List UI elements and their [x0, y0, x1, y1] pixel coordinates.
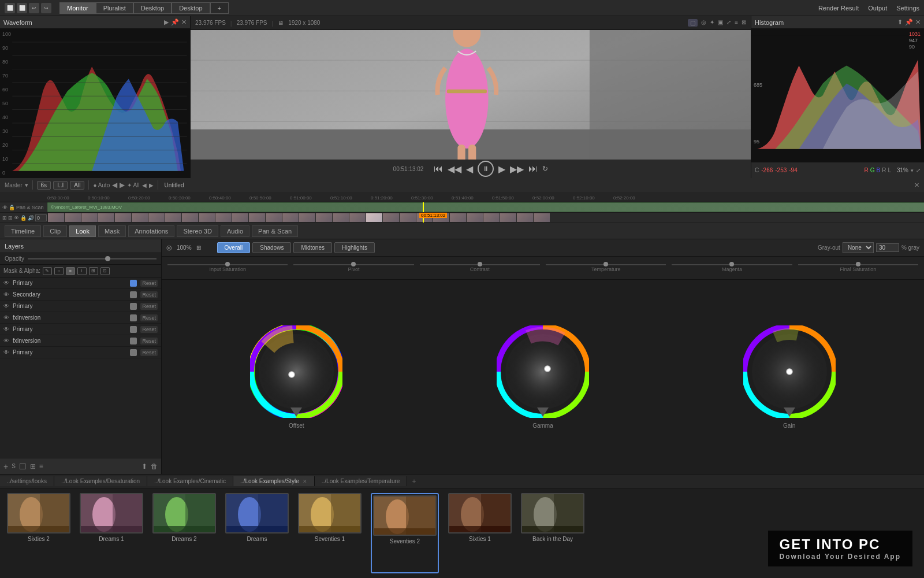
layer-4-reset[interactable]: Reset [140, 314, 158, 321]
layer-4-eye[interactable]: 👁 [3, 314, 9, 321]
param-slider-3[interactable] [420, 264, 540, 265]
tab-clip[interactable]: Clip [43, 225, 67, 237]
preset-sixties1[interactable]: Sixties 1 [448, 493, 512, 573]
icon-3[interactable]: ↩ [29, 3, 39, 13]
mask-icon-2[interactable]: ○ [54, 267, 64, 275]
layer-item-2[interactable]: 👁 Secondary Reset [0, 289, 161, 301]
layer-3-reset[interactable]: Reset [140, 303, 158, 310]
browser-tab-4-close[interactable]: ✕ [303, 479, 307, 484]
pause-button[interactable]: ⏸ [478, 161, 494, 177]
nav-next-icon[interactable]: ▶ [120, 181, 125, 189]
timeline-expand-right[interactable]: ▶ [149, 182, 154, 188]
layer-7-eye[interactable]: 👁 [3, 349, 9, 355]
tab-monitor[interactable]: Monitor [59, 2, 96, 14]
icon-4[interactable]: ↪ [41, 3, 51, 13]
preset-dreams1[interactable]: Dreams 1 [80, 493, 143, 573]
layer-s-icon[interactable]: S [12, 463, 16, 469]
mask-icon-1[interactable]: ✎ [43, 267, 52, 275]
tab-annotations[interactable]: Annotations [128, 225, 174, 237]
preset-backinday[interactable]: Back in the Day [521, 493, 584, 573]
layer-3-eye[interactable]: 👁 [3, 303, 9, 309]
layer-5-reset[interactable]: Reset [140, 326, 158, 333]
tab-look[interactable]: Look [69, 225, 96, 237]
layer-new-icon[interactable]: ☐ [19, 462, 27, 471]
go-end-button[interactable]: ⏭ [528, 164, 538, 174]
tab-mask[interactable]: Mask [98, 225, 126, 237]
color-icon-100[interactable]: 100% [177, 244, 192, 251]
timeline-expand-left[interactable]: ◀ [142, 182, 147, 188]
tool-cursor[interactable]: ▢ [688, 19, 698, 27]
tool-wand[interactable]: ✦ [710, 19, 714, 27]
tool-rect[interactable]: ▣ [718, 19, 723, 27]
layer-1-reset[interactable]: Reset [140, 280, 158, 287]
tab-add[interactable]: + [210, 2, 229, 14]
track-1-eye[interactable]: 👁 [2, 205, 8, 210]
mode-dropdown[interactable]: ▾ [25, 181, 28, 189]
browser-tab-3[interactable]: ../Look Examples/Cinematic [147, 476, 233, 486]
tab-timeline[interactable]: Timeline [5, 225, 41, 237]
waveform-play-icon[interactable]: ▶ [164, 18, 169, 26]
layer-item-7[interactable]: 👁 Primary Reset [0, 347, 161, 358]
rewind-button[interactable]: ◀ [466, 164, 473, 175]
color-wheel-gamma[interactable] [497, 325, 589, 418]
layer-add-icon[interactable]: + [3, 462, 8, 471]
tb-ii[interactable]: I..I [53, 181, 68, 190]
nav-prev-icon[interactable]: ◀ [112, 181, 117, 189]
mode-highlights[interactable]: Highlights [334, 242, 375, 253]
track-2-content[interactable]: 00:51:13:02 [47, 213, 924, 223]
browser-tab-5[interactable]: ../Look Examples/Temperature [315, 476, 408, 486]
layer-6-eye[interactable]: 👁 [3, 338, 9, 344]
track-input-1[interactable] [35, 214, 47, 221]
settings-btn[interactable]: Settings [896, 5, 919, 12]
browser-tab-4[interactable]: ../Look Examples/Style ✕ [233, 476, 315, 486]
waveform-close-icon[interactable]: ✕ [181, 18, 187, 26]
tool-circle[interactable]: ◎ [701, 19, 706, 27]
tab-stereo[interactable]: Stereo 3D [177, 225, 218, 237]
layer-item-1[interactable]: 👁 Primary Reset [0, 277, 161, 289]
fast-forward-button[interactable]: ▶▶ [510, 164, 524, 175]
layer-item-3[interactable]: 👁 Primary Reset [0, 301, 161, 312]
browser-tab-add[interactable]: + [407, 476, 420, 487]
mask-icon-3[interactable]: ■ [66, 267, 75, 275]
layer-5-eye[interactable]: 👁 [3, 326, 9, 332]
preset-sixties2[interactable]: Sixties 2 [7, 493, 70, 573]
timeline-close-icon[interactable]: ✕ [914, 181, 919, 189]
icon-2[interactable]: ⬜ [17, 3, 27, 13]
hist-close-icon[interactable]: ✕ [915, 18, 921, 26]
mask-icon-5[interactable]: ⊞ [89, 267, 98, 275]
track-2-audio[interactable]: 🔊 [28, 215, 34, 221]
render-result-btn[interactable]: Render Result [818, 5, 859, 12]
param-slider-1[interactable] [167, 264, 288, 265]
opacity-slider[interactable] [28, 258, 157, 260]
hist-icon-r2[interactable]: R [882, 167, 886, 173]
layer-item-5[interactable]: 👁 Primary Reset [0, 324, 161, 335]
layer-delete-icon[interactable]: 🗑 [151, 462, 158, 470]
layer-2-eye[interactable]: 👁 [3, 291, 9, 298]
layer-item-6[interactable]: 👁 fxInversion Reset [0, 335, 161, 347]
layer-stack-icon[interactable]: ⊞ [30, 462, 36, 470]
param-slider-4[interactable] [546, 264, 666, 265]
param-slider-2[interactable] [293, 264, 413, 265]
track-1-content[interactable]: ©Vincent_Laforet_MVI_1383.MOV [47, 202, 924, 212]
color-wheel-gain[interactable] [743, 325, 836, 418]
tab-panscan[interactable]: Pan & Scan [252, 225, 298, 237]
hist-icon-b[interactable]: B [877, 167, 881, 173]
layer-item-4[interactable]: 👁 fxInversion Reset [0, 312, 161, 324]
preset-seventies2[interactable]: Seventies 2 [371, 493, 439, 573]
mask-icon-4[interactable]: ≀ [77, 267, 87, 275]
output-btn[interactable]: Output [868, 5, 887, 12]
param-slider-5[interactable] [672, 264, 792, 265]
browser-tab-2[interactable]: ../Look Examples/Desaturation [54, 476, 147, 486]
color-icon-circ[interactable]: ◎ [166, 244, 172, 251]
tab-audio[interactable]: Audio [221, 225, 249, 237]
hist-icon-l[interactable]: L [888, 167, 891, 173]
browser-tab-1[interactable]: ../settings/looks [0, 476, 54, 486]
mask-icon-6[interactable]: ⊡ [100, 267, 110, 275]
hist-zoom-dropdown[interactable]: ▾ [911, 168, 914, 173]
mode-shadows[interactable]: Shadows [252, 242, 291, 253]
tool-arrows[interactable]: ⤢ [726, 19, 731, 27]
preset-dreams2[interactable]: Dreams 2 [152, 493, 216, 573]
prev-frame-button[interactable]: ◀◀ [448, 164, 461, 175]
color-wheel-offset[interactable] [250, 325, 342, 418]
preset-seventies1[interactable]: Seventies 1 [298, 493, 362, 573]
